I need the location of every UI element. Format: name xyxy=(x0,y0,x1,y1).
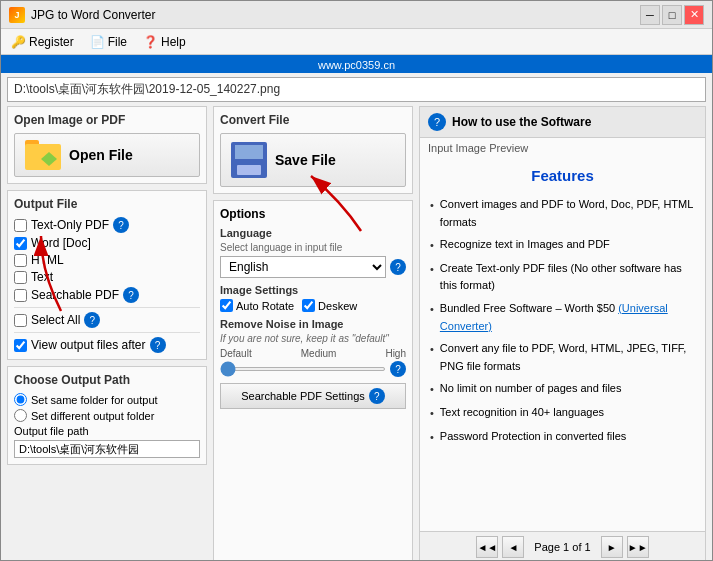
html-label: HTML xyxy=(31,253,64,267)
noise-default-label: Default xyxy=(220,348,252,359)
output-path-label: Output file path xyxy=(14,425,200,437)
open-file-label: Open File xyxy=(69,147,133,163)
main-content: Open Image or PDF Open File Output File … xyxy=(1,106,712,561)
floppy-icon xyxy=(231,142,267,178)
folder-icon xyxy=(25,140,61,170)
watermark-bar: www.pc0359.cn xyxy=(1,55,712,73)
convert-section-title: Convert File xyxy=(220,113,406,127)
language-help[interactable]: ? xyxy=(390,259,406,275)
open-section-title: Open Image or PDF xyxy=(14,113,200,127)
nav-last-button[interactable]: ►► xyxy=(627,536,649,558)
select-all-row: Select All ? xyxy=(14,307,200,328)
select-all-checkbox[interactable] xyxy=(14,314,27,327)
feature-7: • Text recognition in 40+ languages xyxy=(430,404,695,423)
feature-5: • Convert any file to PDF, Word, HTML, J… xyxy=(430,340,695,375)
select-all-help[interactable]: ? xyxy=(84,312,100,328)
searchable-pdf-settings-button[interactable]: Searchable PDF Settings ? xyxy=(220,383,406,409)
slider-labels: Default Medium High xyxy=(220,348,406,359)
watermark-text: www.pc0359.cn xyxy=(318,59,395,71)
options-section: Options Language Select language in inpu… xyxy=(213,200,413,561)
output-path-section: Choose Output Path Set same folder for o… xyxy=(7,366,207,465)
output-path-field[interactable] xyxy=(14,440,200,458)
different-folder-row: Set different output folder xyxy=(14,409,200,422)
noise-slider[interactable] xyxy=(220,367,386,371)
nav-prev-button[interactable]: ◄ xyxy=(502,536,524,558)
searchable-pdf-row: Searchable PDF ? xyxy=(14,287,200,303)
searchable-pdf-settings-label: Searchable PDF Settings xyxy=(241,390,365,402)
noise-help[interactable]: ? xyxy=(390,361,406,377)
save-file-label: Save File xyxy=(275,152,336,168)
text-row: Text xyxy=(14,270,200,284)
feature-4: • Bundled Free Software – Worth $50 (Uni… xyxy=(430,300,695,335)
deskew-checkbox[interactable] xyxy=(302,299,315,312)
searchable-pdf-settings-help[interactable]: ? xyxy=(369,388,385,404)
middle-panel: Convert File Save File Options Language … xyxy=(213,106,413,561)
app-title: JPG to Word Converter xyxy=(31,8,640,22)
language-select[interactable]: English xyxy=(220,256,386,278)
word-doc-row: Word [Doc] xyxy=(14,236,200,250)
save-file-button[interactable]: Save File xyxy=(220,133,406,187)
nav-next-button[interactable]: ► xyxy=(601,536,623,558)
text-only-pdf-label: Text-Only PDF xyxy=(31,218,109,232)
info-icon: ? xyxy=(428,113,446,131)
file-icon: 📄 xyxy=(90,35,105,49)
feature-3: • Create Text-only PDF files (No other s… xyxy=(430,260,695,295)
feature-8: • Password Protection in converted files xyxy=(430,428,695,447)
searchable-pdf-checkbox[interactable] xyxy=(14,289,27,302)
same-folder-label: Set same folder for output xyxy=(31,394,158,406)
language-desc: Select language in input file xyxy=(220,242,406,253)
left-panel: Open Image or PDF Open File Output File … xyxy=(7,106,207,561)
minimize-button[interactable]: ─ xyxy=(640,5,660,25)
right-header: ? How to use the Software xyxy=(420,107,705,138)
searchable-pdf-help[interactable]: ? xyxy=(123,287,139,303)
app-icon: J xyxy=(9,7,25,23)
menu-register[interactable]: 🔑 Register xyxy=(5,33,80,51)
word-doc-label: Word [Doc] xyxy=(31,236,91,250)
auto-rotate-label[interactable]: Auto Rotate xyxy=(220,299,294,312)
image-settings-row: Auto Rotate Deskew xyxy=(220,299,406,312)
image-settings-title: Image Settings xyxy=(220,284,406,296)
options-title: Options xyxy=(220,207,406,221)
right-panel: ? How to use the Software Input Image Pr… xyxy=(419,106,706,561)
text-only-pdf-checkbox[interactable] xyxy=(14,219,27,232)
text-label: Text xyxy=(31,270,53,284)
universal-converter-link[interactable]: (Universal Converter) xyxy=(440,302,668,332)
features-title: Features xyxy=(430,164,695,188)
close-button[interactable]: ✕ xyxy=(684,5,704,25)
different-folder-radio[interactable] xyxy=(14,409,27,422)
select-all-label: Select All xyxy=(31,313,80,327)
searchable-pdf-label: Searchable PDF xyxy=(31,288,119,302)
open-file-button[interactable]: Open File xyxy=(14,133,200,177)
different-folder-label: Set different output folder xyxy=(31,410,154,422)
feature-1: • Convert images and PDF to Word, Doc, P… xyxy=(430,196,695,231)
output-section-title: Output File xyxy=(14,197,200,211)
menu-bar: 🔑 Register 📄 File ❓ Help xyxy=(1,29,712,55)
text-checkbox[interactable] xyxy=(14,271,27,284)
menu-help[interactable]: ❓ Help xyxy=(137,33,192,51)
feature-2: • Recognize text in Images and PDF xyxy=(430,236,695,255)
auto-rotate-checkbox[interactable] xyxy=(220,299,233,312)
maximize-button[interactable]: □ xyxy=(662,5,682,25)
noise-high-label: High xyxy=(385,348,406,359)
output-path-title: Choose Output Path xyxy=(14,373,200,387)
language-title: Language xyxy=(220,227,406,239)
same-folder-row: Set same folder for output xyxy=(14,393,200,406)
noise-title: Remove Noise in Image xyxy=(220,318,406,330)
same-folder-radio[interactable] xyxy=(14,393,27,406)
preview-label: Input Image Preview xyxy=(420,138,705,158)
view-output-row: View output files after ? xyxy=(14,332,200,353)
title-bar: J JPG to Word Converter ─ □ ✕ xyxy=(1,1,712,29)
text-only-pdf-help[interactable]: ? xyxy=(113,217,129,233)
help-icon: ❓ xyxy=(143,35,158,49)
menu-file[interactable]: 📄 File xyxy=(84,33,133,51)
view-output-label: View output files after xyxy=(31,338,146,352)
nav-first-button[interactable]: ◄◄ xyxy=(476,536,498,558)
key-icon: 🔑 xyxy=(11,35,26,49)
word-doc-checkbox[interactable] xyxy=(14,237,27,250)
view-output-checkbox[interactable] xyxy=(14,339,27,352)
view-output-help[interactable]: ? xyxy=(150,337,166,353)
html-checkbox[interactable] xyxy=(14,254,27,267)
preview-content: Features • Convert images and PDF to Wor… xyxy=(420,158,705,531)
deskew-label[interactable]: Deskew xyxy=(302,299,357,312)
open-image-section: Open Image or PDF Open File xyxy=(7,106,207,184)
